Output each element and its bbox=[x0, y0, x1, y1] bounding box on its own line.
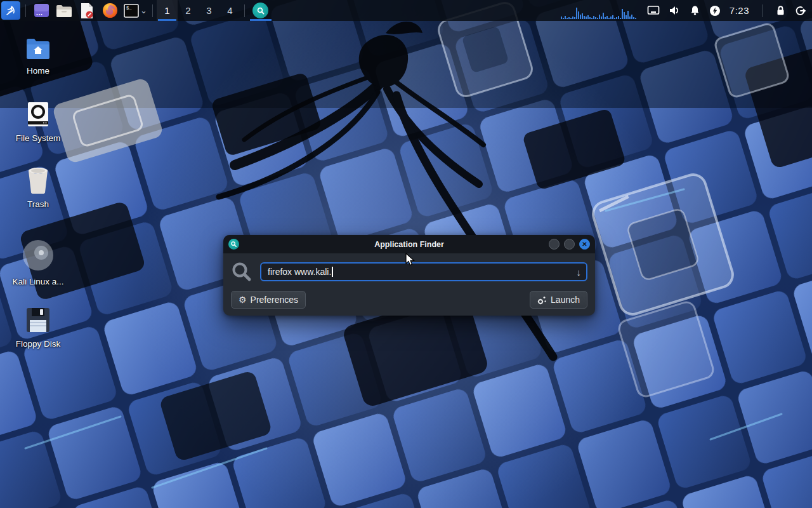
bell-icon bbox=[690, 5, 700, 16]
panel-right-section: 7:23 bbox=[561, 0, 812, 21]
kali-dragon-icon bbox=[4, 4, 18, 18]
panel-separator bbox=[762, 4, 763, 17]
speaker-icon bbox=[669, 5, 681, 16]
desktop-icon-home[interactable]: Home bbox=[8, 37, 69, 76]
desktop-icon-kali-linux[interactable]: Kali Linux a... bbox=[8, 239, 69, 286]
close-icon: ✕ bbox=[582, 241, 587, 248]
applications-menu-button[interactable] bbox=[1, 1, 20, 20]
desktop-icon-label: Floppy Disk bbox=[16, 339, 61, 349]
top-panel: $_ ⌄ 1 2 3 4 bbox=[0, 0, 812, 21]
active-task-indicator bbox=[250, 19, 272, 21]
terminal-icon: $_ bbox=[124, 4, 139, 18]
search-icon-large bbox=[231, 261, 252, 283]
volume-tray-icon[interactable] bbox=[669, 5, 681, 16]
app-launcher-purple[interactable] bbox=[32, 1, 51, 20]
desktop-icon-file-system[interactable]: File System bbox=[8, 100, 69, 143]
terminal-launcher[interactable]: $_ bbox=[123, 1, 140, 20]
workspace-button-2[interactable]: 2 bbox=[178, 0, 199, 21]
search-input[interactable]: firefox www.kali. ↓ bbox=[260, 262, 587, 281]
text-caret bbox=[332, 267, 333, 277]
network-tray-icon[interactable] bbox=[647, 5, 660, 16]
launch-button-label: Launch bbox=[551, 295, 580, 305]
firefox-launcher[interactable] bbox=[100, 1, 119, 20]
logout-icon bbox=[795, 5, 807, 17]
mouse-cursor bbox=[403, 253, 416, 267]
desktop-icon-label: Trash bbox=[27, 199, 49, 209]
panel-left-section: $_ ⌄ 1 2 3 4 bbox=[0, 0, 273, 21]
application-finder-window: Application Finder ✕ firefox www.kali. ↓ bbox=[223, 235, 595, 316]
dropdown-arrow-icon[interactable]: ↓ bbox=[577, 267, 582, 277]
power-battery-icon bbox=[709, 5, 721, 17]
gear-icon: ⚙ bbox=[239, 295, 247, 304]
trash-can-icon bbox=[25, 166, 51, 194]
window-title: Application Finder bbox=[223, 240, 595, 249]
home-folder-icon bbox=[24, 37, 52, 61]
taskbar-application-finder[interactable] bbox=[249, 0, 273, 21]
workspace-button-4[interactable]: 4 bbox=[219, 0, 240, 21]
floppy-disk-icon bbox=[24, 306, 52, 334]
launch-icon bbox=[537, 295, 547, 305]
desktop-icon-floppy-disk[interactable]: Floppy Disk bbox=[8, 306, 69, 349]
workspace-label: 4 bbox=[227, 5, 232, 16]
panel-separator bbox=[152, 4, 153, 17]
search-input-value: firefox www.kali. bbox=[268, 267, 331, 277]
screen: $_ ⌄ 1 2 3 4 bbox=[0, 0, 812, 508]
notifications-tray-icon[interactable] bbox=[690, 5, 700, 16]
close-button[interactable]: ✕ bbox=[579, 239, 590, 250]
desktop-icon-trash[interactable]: Trash bbox=[8, 166, 69, 209]
preferences-button[interactable]: ⚙ Preferences bbox=[231, 291, 306, 309]
lock-icon bbox=[775, 5, 786, 17]
file-manager-launcher[interactable] bbox=[55, 1, 74, 20]
launch-button[interactable]: Launch bbox=[530, 291, 587, 309]
preferences-button-label: Preferences bbox=[251, 295, 298, 305]
folder-icon bbox=[56, 4, 72, 18]
system-monitor-graph[interactable] bbox=[561, 3, 638, 19]
window-titlebar[interactable]: Application Finder ✕ bbox=[223, 235, 595, 253]
chevron-down-icon[interactable]: ⌄ bbox=[140, 6, 147, 15]
logout-button[interactable] bbox=[795, 5, 807, 17]
clock[interactable]: 7:23 bbox=[730, 5, 749, 16]
ethernet-icon bbox=[647, 5, 660, 16]
purple-app-icon bbox=[34, 3, 49, 18]
text-editor-launcher[interactable] bbox=[77, 1, 96, 20]
terminal-glyph: $_ bbox=[126, 6, 132, 11]
workspace-label: 3 bbox=[206, 5, 211, 16]
workspace-button-1[interactable]: 1 bbox=[157, 0, 178, 21]
search-icon bbox=[256, 6, 265, 15]
desktop-icon-label: File System bbox=[16, 133, 61, 143]
desktop-icon-label: Kali Linux a... bbox=[12, 277, 63, 286]
maximize-button[interactable] bbox=[564, 239, 575, 250]
hard-drive-icon bbox=[24, 100, 52, 128]
workspace-label: 1 bbox=[164, 5, 169, 16]
minimize-button[interactable] bbox=[549, 239, 560, 250]
lock-screen-button[interactable] bbox=[775, 5, 786, 17]
application-finder-task-icon bbox=[252, 3, 268, 18]
disc-icon bbox=[20, 239, 56, 272]
firefox-icon bbox=[102, 3, 118, 18]
active-workspace-indicator bbox=[158, 19, 176, 21]
desktop-icon-label: Home bbox=[27, 66, 49, 76]
workspace-button-3[interactable]: 3 bbox=[199, 0, 219, 21]
document-icon bbox=[79, 3, 95, 19]
panel-separator bbox=[25, 4, 26, 17]
workspace-label: 2 bbox=[185, 5, 190, 16]
power-manager-tray-icon[interactable] bbox=[709, 5, 721, 17]
panel-separator bbox=[244, 4, 245, 17]
